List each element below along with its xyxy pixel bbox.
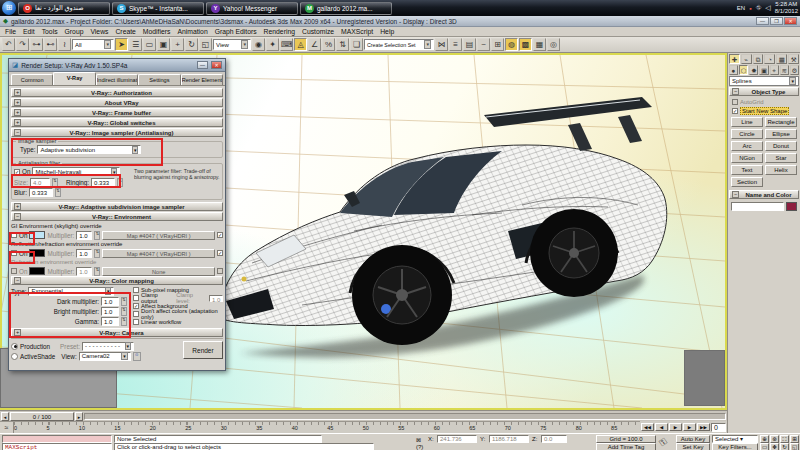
toolbar-button[interactable]: ▭ [143, 38, 156, 51]
shape-tool-button[interactable]: Line [731, 117, 763, 127]
autogrid-row[interactable]: AutoGrid [729, 97, 799, 106]
dialog-close-button[interactable]: ✕ [211, 61, 222, 69]
maxscript-mini-listener[interactable] [2, 435, 112, 443]
spinner[interactable]: ⇅ [121, 297, 127, 306]
clamp-level-field[interactable]: 1.0 [209, 295, 223, 302]
shape-tool-button[interactable]: NGon [731, 153, 763, 163]
collapse-icon[interactable]: − [732, 191, 739, 198]
shape-tool-button[interactable]: Star [765, 153, 797, 163]
sampler-type-dropdown[interactable]: Adaptive subdivision [37, 145, 141, 154]
shape-tool-button[interactable]: Ellipse [765, 129, 797, 139]
render-button[interactable]: Render [183, 341, 223, 359]
start-new-shape-checkbox[interactable] [732, 108, 738, 114]
next-frame-arrow[interactable]: ▸ [75, 412, 83, 421]
menu-item[interactable]: Animation [177, 28, 207, 35]
close-button[interactable]: ✕ [784, 17, 797, 25]
gi-map-button[interactable]: Map #4047 ( VRayHDRI ) [102, 231, 215, 240]
aa-filter-on-checkbox[interactable] [14, 169, 20, 175]
x-coordinate-field[interactable]: 241.736 [437, 435, 477, 443]
gamma-field[interactable]: 1.0 [101, 317, 119, 326]
menu-item[interactable]: Rendering [264, 28, 295, 35]
toolbar-button[interactable]: ⊞ [491, 38, 504, 51]
spinner[interactable]: ⇅ [94, 249, 100, 258]
mini-curve-editor-button[interactable]: ≈ [0, 422, 14, 433]
toolbar-button[interactable]: ◉ [252, 38, 265, 51]
y-coordinate-field[interactable]: 1186.718 [489, 435, 529, 443]
filter-blur-field[interactable]: 0.333 [29, 188, 53, 197]
collapse-icon[interactable]: − [732, 88, 739, 95]
time-slider-groove[interactable] [84, 413, 726, 420]
toolbar-button[interactable]: ▣ [157, 38, 170, 51]
spinner[interactable]: ⇅ [94, 231, 100, 240]
refraction-on-checkbox[interactable] [11, 268, 17, 274]
named-selection-set-dropdown[interactable]: Create Selection Set [364, 39, 434, 50]
toolbar-button[interactable]: ↷ [16, 38, 29, 51]
viewport-nav-button[interactable]: ▭ [760, 443, 769, 450]
playback-button[interactable]: ▶ [683, 423, 696, 431]
dark-multiplier-field[interactable]: 1.0 [101, 297, 119, 306]
filter-ringing-field[interactable]: 0.333 [91, 178, 115, 187]
panel-tab-icon[interactable]: ⚒ [788, 54, 799, 64]
object-type-rollout[interactable]: − Object Type [729, 87, 799, 96]
object-name-input[interactable] [731, 202, 784, 211]
inactive-viewport-right[interactable] [684, 350, 725, 406]
activeshade-radio[interactable] [11, 353, 18, 360]
start-button[interactable]: ⊞ [2, 1, 16, 15]
object-color-swatch[interactable] [786, 202, 797, 211]
name-color-rollout[interactable]: − Name and Color [729, 190, 799, 199]
shape-tool-button[interactable]: Helix [765, 165, 797, 175]
language-indicator[interactable]: EN [737, 5, 745, 11]
toolbar-button[interactable]: % [322, 38, 335, 51]
rollout-camera[interactable]: +V-Ray:: Camera [11, 328, 223, 337]
minimize-button[interactable]: — [756, 17, 769, 25]
rollout-global-switches[interactable]: +V-Ray:: Global switches [11, 118, 223, 127]
dialog-tab[interactable]: Settings [138, 74, 180, 85]
refraction-color-swatch[interactable] [29, 267, 45, 275]
bright-multiplier-field[interactable]: 1.0 [101, 307, 119, 316]
menu-item[interactable]: Customize [302, 28, 334, 35]
viewport-nav-button[interactable]: ◱ [790, 443, 799, 450]
dialog-tab[interactable]: Indirect illumination [96, 74, 138, 85]
gi-on-checkbox[interactable] [11, 232, 17, 238]
toolbar-button[interactable]: ◱ [199, 38, 212, 51]
spinner[interactable]: ⇅ [52, 178, 58, 187]
menu-item[interactable]: File [5, 28, 16, 35]
grid-setting[interactable]: Grid = 100.0 [596, 435, 656, 443]
dialog-tab[interactable]: V-Ray [53, 72, 95, 85]
toolbar-button[interactable]: ∠ [308, 38, 321, 51]
panel-tab-icon[interactable]: ◔ [764, 54, 775, 64]
playback-button[interactable]: ▶ [669, 423, 682, 431]
network-icon[interactable]: ⛗ [756, 4, 762, 12]
taskbar-app-button[interactable]: M gallardo 2012.ma... [300, 2, 392, 15]
category-icon[interactable]: ≋ [780, 65, 789, 75]
spinner[interactable]: ⇅ [121, 317, 127, 326]
spinner[interactable]: ⇅ [55, 188, 61, 197]
filter-size-field[interactable]: 4.0 [30, 178, 50, 187]
panel-tab-icon[interactable]: ▦ [776, 54, 787, 64]
toolbar-button[interactable]: ≀ [58, 38, 71, 51]
splines-dropdown[interactable]: Splines [729, 76, 799, 86]
category-icon[interactable]: ⚙ [790, 65, 799, 75]
toolbar-button[interactable]: ⌨ [280, 38, 293, 51]
taskbar-app-button[interactable]: Y Yahoo! Messenger [206, 2, 298, 15]
reflection-map-button[interactable]: Map #4047 ( VRayHDRI ) [102, 249, 215, 258]
dialog-titlebar[interactable]: ◪ Render Setup: V-Ray Adv 1.50.SP4a — ✕ [9, 59, 225, 72]
aa-filter-dropdown[interactable]: Mitchell-Netravali [32, 167, 120, 176]
lock-view-icon[interactable]: ⊙ [133, 352, 141, 361]
reflection-multiplier-field[interactable]: 1.0 [76, 249, 92, 258]
color-mapping-type-dropdown[interactable]: Exponential [28, 287, 114, 296]
viewport-nav-button[interactable]: ⊞ [790, 435, 799, 443]
shape-tool-button[interactable]: Text [731, 165, 763, 175]
gi-color-swatch[interactable] [29, 231, 45, 239]
spinner[interactable]: ⇅ [121, 307, 127, 316]
selected-filter-dropdown[interactable]: Selected ▾ [712, 435, 758, 443]
rollout-authorization[interactable]: +V-Ray:: Authorization [11, 88, 223, 97]
toolbar-button[interactable]: ↻ [185, 38, 198, 51]
viewport-nav-button[interactable]: ⛶ [780, 435, 789, 443]
linear-workflow-checkbox[interactable] [133, 319, 139, 325]
toolbar-button[interactable]: + [171, 38, 184, 51]
set-key-button[interactable]: Set Key [676, 443, 710, 450]
spinner[interactable]: ⇅ [117, 178, 123, 187]
taskbar-app-button[interactable]: S Skype™ - Instanta... [112, 2, 204, 15]
refraction-map-checkbox[interactable] [217, 268, 223, 274]
